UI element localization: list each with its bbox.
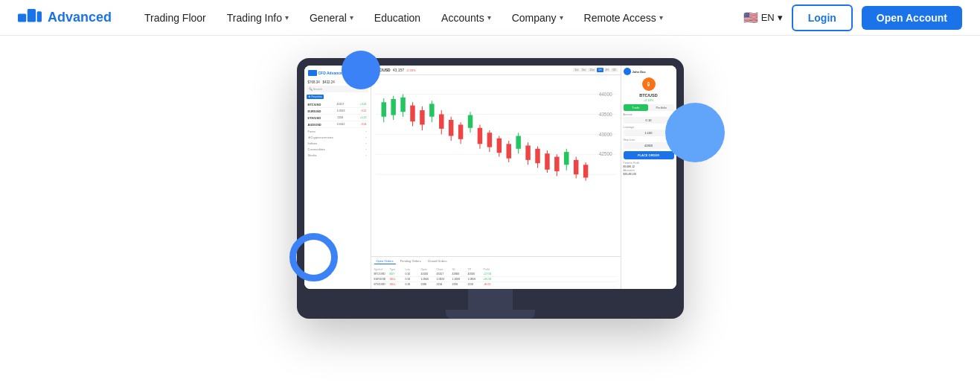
svg-rect-9 (381, 102, 385, 116)
nav-item-education[interactable]: Education (365, 0, 429, 36)
monitor-frame: CFD Advanced $768.34 $432.24 🔍 Search ★ … (297, 58, 684, 319)
nav-item-trading-floor[interactable]: Trading Floor (135, 0, 215, 36)
svg-rect-47 (564, 152, 569, 165)
svg-rect-39 (525, 145, 530, 159)
nav-items: Trading Floor Trading Info ▾ General ▾ E… (135, 0, 743, 36)
sc-trade-tab: Trade (624, 104, 649, 111)
sc-allocation-val-row: $36,481.00 (624, 173, 674, 176)
chevron-down-icon: ▾ (487, 13, 491, 22)
sc-order-row: ETH/USD SELL 0.20 2280 2234 2350 2150 -4… (374, 282, 618, 287)
chevron-down-icon: ▾ (659, 13, 663, 22)
nav-item-company[interactable]: Company ▾ (503, 0, 572, 36)
sc-avatar (624, 68, 631, 75)
monitor-stand-base (446, 310, 535, 319)
deco-circle-right (665, 103, 725, 162)
nav-item-remote-access[interactable]: Remote Access ▾ (575, 0, 672, 36)
sc-pairs-list: BTC/USD 43157 +0.24 EUR/USD 1.0923 -0.12… (307, 101, 368, 128)
sc-amount-label: Amount (624, 113, 674, 116)
svg-rect-27 (467, 115, 472, 128)
sc-tab-closed-orders: Closed Orders (426, 258, 449, 264)
sc-cat-stocks: Stocks› (307, 152, 368, 158)
sc-pair-row: AUD/USD 0.6412 -0.34 (307, 121, 368, 128)
sc-tab-favorites: ★ Favorites (307, 95, 324, 99)
trading-platform-screen: CFD Advanced $768.34 $432.24 🔍 Search ★ … (304, 66, 676, 289)
deco-circle-top-left (342, 51, 380, 89)
sc-buy-sell-tabs: Trade Portfolio (624, 104, 674, 111)
sc-finance-val-row: $9,486.12 (624, 165, 674, 168)
sc-finance-profit-row: Finance Profit (624, 162, 674, 165)
nav-actions: 🇺🇸 EN ▾ Login Open Account (743, 4, 962, 31)
svg-rect-29 (477, 128, 481, 144)
svg-rect-11 (391, 99, 395, 115)
sc-main-area: BTC/USD 43,157 -0.33% 1m 5m 15m 1H 4H 1D (371, 66, 621, 289)
sc-username: John Doe (632, 70, 646, 74)
svg-rect-41 (535, 149, 539, 163)
logo[interactable]: Advanced (18, 9, 112, 27)
sc-order-row: BTC/USD BUY 0.10 43100 43157 42800 43500… (374, 272, 618, 277)
sc-logo-text: CFD Advanced (318, 71, 345, 75)
sc-logo-icon (308, 70, 317, 76)
svg-rect-49 (573, 160, 577, 174)
svg-rect-17 (420, 110, 424, 124)
deco-ring-bottom-left (289, 233, 338, 281)
svg-rect-37 (516, 136, 520, 149)
lang-chevron-icon: ▾ (778, 12, 783, 23)
svg-text:43500: 43500 (598, 112, 612, 117)
chevron-down-icon: ▾ (285, 13, 289, 22)
svg-rect-45 (554, 157, 559, 171)
sc-orders-table: Symbol Type Lots Open Close SL TP Profit… (371, 266, 621, 289)
lang-code: EN (761, 12, 775, 23)
nav-item-general[interactable]: General ▾ (301, 0, 362, 36)
svg-rect-21 (439, 114, 443, 128)
svg-rect-2 (37, 11, 42, 22)
open-account-button[interactable]: Open Account (862, 6, 962, 30)
chevron-down-icon: ▾ (350, 13, 353, 22)
svg-rect-0 (18, 13, 26, 22)
svg-rect-33 (496, 139, 501, 153)
sc-asset-change: +2.14% (624, 98, 674, 102)
sc-chart-area: 44000 43500 43000 42500 (371, 75, 621, 256)
sc-chart-header: BTC/USD 43,157 -0.33% 1m 5m 15m 1H 4H 1D (371, 66, 621, 75)
sc-allocation-row: Allocation (624, 169, 674, 172)
sc-pair-row: ETH/USD 2234 +1.23 (307, 115, 368, 121)
nav-item-accounts[interactable]: Accounts ▾ (432, 0, 500, 36)
navbar: Advanced Trading Floor Trading Info ▾ Ge… (0, 0, 980, 36)
sc-user-row: John Doe (624, 68, 674, 75)
svg-rect-51 (583, 165, 587, 177)
sc-portfolio-tab: Portfolio (649, 104, 674, 111)
sc-orders-tabs: Open Orders Pending Orders Closed Orders (371, 256, 621, 266)
svg-rect-35 (506, 144, 510, 158)
hero-section: CFD Advanced $768.34 $432.24 🔍 Search ★ … (0, 36, 980, 382)
chevron-down-icon: ▾ (560, 13, 563, 22)
svg-rect-23 (448, 120, 452, 136)
candlestick-chart: 44000 43500 43000 42500 (374, 78, 618, 182)
sc-cat-crypto: ⊕ Cryptocurrencies› (307, 134, 368, 140)
monitor-screen: CFD Advanced $768.34 $432.24 🔍 Search ★ … (304, 66, 676, 289)
svg-rect-31 (487, 133, 491, 147)
sc-tab-open-orders: Open Orders (374, 258, 396, 264)
sc-pair-row: EUR/USD 1.0923 -0.12 (307, 108, 368, 115)
svg-text:43000: 43000 (598, 132, 612, 137)
nav-item-trading-info[interactable]: Trading Info ▾ (218, 0, 298, 36)
monitor-stand-neck (468, 289, 513, 310)
sc-stoploss-field: 42800 (624, 142, 674, 149)
sc-tab-row: ★ Favorites (307, 95, 368, 99)
svg-text:44000: 44000 (598, 92, 612, 97)
logo-icon (18, 9, 42, 27)
svg-rect-43 (545, 153, 549, 170)
sc-pair-row: BTC/USD 43157 +0.24 (307, 101, 368, 108)
sc-tab-pending-orders: Pending Orders (398, 258, 423, 264)
sc-cat-forex: Forex› (307, 128, 368, 134)
sc-asset-icon: ₿ (642, 77, 656, 91)
svg-rect-1 (28, 9, 36, 22)
sc-place-order-btn: PLACE ORDER (624, 151, 674, 159)
flag-icon: 🇺🇸 (743, 10, 758, 25)
login-button[interactable]: Login (792, 4, 853, 31)
sc-timeframes: 1m 5m 15m 1H 4H 1D (573, 68, 617, 72)
sc-cat-commodities: Commodities› (307, 146, 368, 152)
sc-asset-price: BTC/USD (624, 93, 674, 98)
language-selector[interactable]: 🇺🇸 EN ▾ (743, 10, 783, 25)
svg-rect-13 (400, 98, 405, 112)
sc-cat-indices: Indices› (307, 140, 368, 146)
svg-text:42500: 42500 (598, 151, 612, 156)
